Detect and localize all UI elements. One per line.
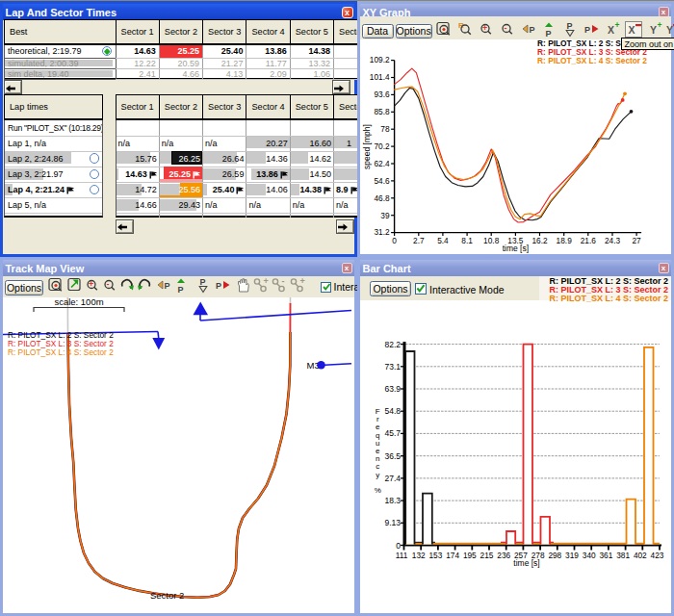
svg-text:62.4: 62.4 xyxy=(374,159,390,168)
svg-text:236: 236 xyxy=(497,551,510,560)
svg-text:0: 0 xyxy=(392,236,397,245)
svg-text:9.13: 9.13 xyxy=(384,518,401,527)
svg-text:85.8: 85.8 xyxy=(374,107,390,116)
svg-text:93.6: 93.6 xyxy=(374,90,390,99)
svg-text:54.6: 54.6 xyxy=(374,176,390,186)
svg-text:361: 361 xyxy=(599,551,612,560)
svg-text:39: 39 xyxy=(380,211,390,220)
svg-text:153: 153 xyxy=(428,551,442,560)
svg-text:195: 195 xyxy=(463,551,477,560)
svg-text:109.2: 109.2 xyxy=(370,55,390,64)
svg-text:scale: 100m: scale: 100m xyxy=(54,297,103,307)
svg-text:21.6: 21.6 xyxy=(581,236,597,245)
svg-text:340: 340 xyxy=(583,551,596,560)
svg-text:Sector 2: Sector 2 xyxy=(150,590,184,601)
svg-text:215: 215 xyxy=(480,551,494,560)
svg-text:319: 319 xyxy=(565,551,579,560)
svg-text:111: 111 xyxy=(396,551,408,560)
svg-text:36.5: 36.5 xyxy=(384,451,401,461)
svg-text:27: 27 xyxy=(632,236,641,245)
svg-text:10.8: 10.8 xyxy=(483,236,500,245)
svg-text:-: - xyxy=(282,277,285,286)
svg-text:5.4: 5.4 xyxy=(437,236,449,245)
svg-text:24.3: 24.3 xyxy=(605,236,621,245)
svg-text:-: - xyxy=(106,279,109,289)
svg-text:18.9: 18.9 xyxy=(557,236,573,245)
svg-text:8.1: 8.1 xyxy=(461,236,473,245)
svg-text:0: 0 xyxy=(396,541,401,551)
svg-text:31.2: 31.2 xyxy=(374,227,390,237)
svg-text:P: P xyxy=(165,281,170,291)
svg-text:16.2: 16.2 xyxy=(531,236,548,245)
svg-text:speed [mph]: speed [mph] xyxy=(362,124,372,169)
svg-text:101.4: 101.4 xyxy=(370,72,390,82)
svg-text:P: P xyxy=(178,285,184,295)
svg-text:402: 402 xyxy=(634,551,647,560)
svg-text:54.8: 54.8 xyxy=(384,406,401,416)
svg-text:78: 78 xyxy=(380,124,390,134)
svg-text:73.1: 73.1 xyxy=(384,362,401,372)
svg-text:27.4: 27.4 xyxy=(384,474,401,483)
svg-text:P: P xyxy=(200,277,206,287)
svg-text:82.2: 82.2 xyxy=(384,340,401,349)
svg-text:298: 298 xyxy=(548,551,561,560)
svg-text:70.2: 70.2 xyxy=(374,141,390,151)
svg-text:time [s]: time [s] xyxy=(513,558,539,568)
svg-text:132: 132 xyxy=(412,551,426,560)
svg-text:+: + xyxy=(264,277,269,286)
svg-text:423: 423 xyxy=(651,551,664,560)
svg-text:%: % xyxy=(375,486,381,495)
svg-text:+: + xyxy=(300,277,305,286)
svg-text:381: 381 xyxy=(616,551,630,560)
svg-text:63.9: 63.9 xyxy=(384,384,401,394)
svg-text:174: 174 xyxy=(446,551,459,560)
svg-text:18.3: 18.3 xyxy=(384,496,401,505)
svg-text:+: + xyxy=(89,279,93,289)
svg-text:P: P xyxy=(216,281,221,291)
svg-text:time [s]: time [s] xyxy=(503,244,529,253)
svg-text:45.7: 45.7 xyxy=(384,428,401,438)
svg-text:2.7: 2.7 xyxy=(413,236,425,245)
svg-text:46.8: 46.8 xyxy=(374,193,390,203)
svg-text:y: y xyxy=(376,471,379,479)
